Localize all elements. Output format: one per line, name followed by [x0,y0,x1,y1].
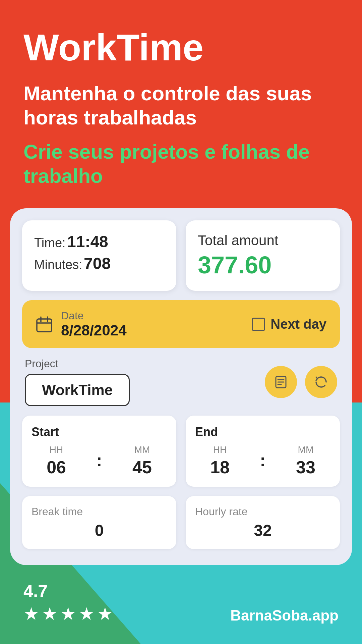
end-hh-group: HH 18 [210,444,230,477]
stars: ★ ★ ★ ★ ★ [23,604,113,624]
end-colon: : [260,450,265,472]
break-value: 0 [32,521,167,540]
date-value: 8/28/2024 [61,322,127,339]
app-ui-card: Time: 11:48 Minutes: 708 Total amount 37… [10,208,352,565]
start-mm-group: MM 45 [132,444,152,477]
total-value: 377.60 [198,251,272,279]
app-title: WorkTime [23,27,339,68]
start-mm-value: 45 [132,457,152,477]
rating-group: 4.7 ★ ★ ★ ★ ★ [23,581,113,624]
total-label: Total amount [198,232,278,249]
start-label: Start [32,425,167,439]
project-label: Project [25,358,130,370]
next-day-checkbox[interactable] [252,318,265,331]
start-hh-value: 06 [47,457,66,477]
date-left: Date 8/28/2024 [36,310,127,339]
notes-icon [274,375,288,389]
svg-rect-6 [37,319,52,332]
brand-name: BarnaSoba.app [230,607,339,624]
project-button[interactable]: WorkTime [25,374,130,406]
next-day-label: Next day [270,317,326,332]
time-value: 11:48 [67,233,108,251]
subtitle-white: Mantenha o controle das suas horas traba… [23,82,339,130]
notes-button[interactable] [265,366,297,398]
star-5: ★ [97,604,113,624]
start-box[interactable]: Start HH 06 : MM 45 [22,416,176,487]
star-2: ★ [42,604,58,624]
project-row: Project WorkTime [22,358,340,406]
project-group: Project WorkTime [25,358,130,406]
total-box: Total amount 377.60 [186,220,340,291]
end-hh-label: HH [213,444,227,455]
bottom-row: Break time 0 Hourly rate 32 [22,496,340,549]
start-hh-group: HH 06 [47,444,66,477]
start-hh-label: HH [50,444,63,455]
end-mm-value: 33 [296,457,315,477]
subtitle-green: Crie seus projetos e folhas de trabalho [23,140,339,188]
star-4: ★ [79,604,95,624]
footer: 4.7 ★ ★ ★ ★ ★ BarnaSoba.app [0,568,362,644]
start-fields: HH 06 : MM 45 [32,444,167,477]
refresh-icon [314,375,328,389]
date-label: Date [61,310,127,322]
hourly-label: Hourly rate [195,505,330,518]
end-box[interactable]: End HH 18 : MM 33 [186,416,340,487]
end-hh-value: 18 [210,457,230,477]
stats-row: Time: 11:48 Minutes: 708 Total amount 37… [22,220,340,291]
date-row[interactable]: Date 8/28/2024 Next day [22,300,340,348]
end-label: End [195,425,330,439]
date-text-group: Date 8/28/2024 [61,310,127,339]
rating-number: 4.7 [23,581,113,601]
minutes-value: 708 [84,255,111,272]
action-buttons [265,366,337,398]
page-content: WorkTime Mantenha o controle das suas ho… [0,0,362,188]
hourly-box[interactable]: Hourly rate 32 [186,496,340,549]
end-fields: HH 18 : MM 33 [195,444,330,477]
break-label: Break time [32,505,167,518]
minutes-label: Minutes: [34,258,82,272]
time-box: Time: 11:48 Minutes: 708 [22,220,176,291]
start-colon: : [96,450,102,472]
refresh-button[interactable] [305,366,337,398]
calendar-icon [36,316,53,333]
star-1: ★ [23,604,39,624]
end-mm-group: MM 33 [296,444,315,477]
time-label: Time: [34,236,66,250]
next-day-group[interactable]: Next day [252,317,326,332]
start-mm-label: MM [134,444,150,455]
hourly-value: 32 [195,521,330,540]
end-mm-label: MM [298,444,314,455]
break-box[interactable]: Break time 0 [22,496,176,549]
start-end-row: Start HH 06 : MM 45 End HH 18 : [22,416,340,487]
star-3: ★ [60,604,76,624]
